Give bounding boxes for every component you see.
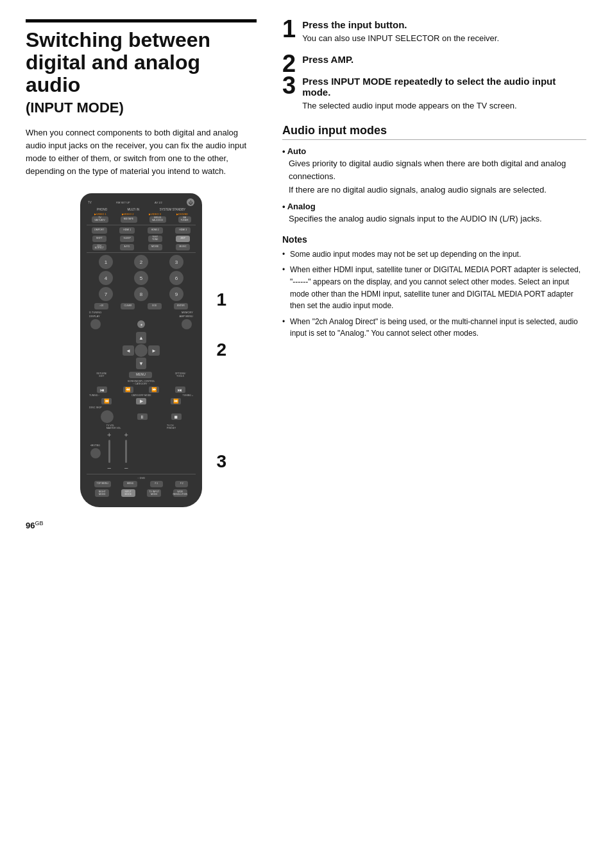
note-3: When "2ch Analog Direct" is being used, … — [282, 316, 586, 340]
title-bar — [26, 19, 257, 22]
step-1-content: Press the input button. You can also use… — [302, 19, 586, 45]
remote-wrapper: TV RM SET UP AV 1/2 ⏻ PHONOMULTI INSYSTE… — [26, 193, 257, 507]
mode-analog-bullet: • Analog — [282, 202, 586, 211]
mode-analog: • Analog Specifies the analog audio sign… — [282, 202, 586, 225]
step-2-content: Press AMP. — [302, 54, 586, 67]
notes-list: Some audio input modes may not be set up… — [282, 248, 586, 340]
page-number: 96GB — [26, 520, 257, 530]
audio-modes-title: Audio input modes — [282, 124, 586, 140]
right-column: 1 Press the input button. You can also u… — [269, 0, 612, 868]
note-2: When either HDMI input, satellite tuner … — [282, 264, 586, 311]
step-3-content: Press INPUT MODE repeatedly to select th… — [302, 76, 586, 112]
step-1: 1 Press the input button. You can also u… — [282, 19, 586, 45]
mode-analog-detail: Specifies the analog audio signals input… — [282, 213, 586, 225]
notes-title: Notes — [282, 234, 586, 245]
remote-illustration: TV RM SET UP AV 1/2 ⏻ PHONOMULTI INSYSTE… — [80, 193, 202, 507]
step-label-2: 2 — [216, 340, 226, 360]
mode-auto-bullet: • Auto — [282, 146, 586, 156]
step-3-title: Press INPUT MODE repeatedly to select th… — [302, 76, 586, 98]
nav-cross: ▲ ▼ ◄ ► — [123, 332, 160, 369]
step-3-desc: The selected audio input mode appears on… — [302, 100, 586, 112]
subtitle: (INPUT MODE) — [26, 100, 257, 116]
mode-auto: • Auto Gives priority to digital audio s… — [282, 146, 586, 196]
step-1-title: Press the input button. — [302, 19, 586, 30]
step-3-number: 3 — [282, 73, 296, 98]
step-label-3: 3 — [216, 451, 226, 472]
step-1-desc: You can also use INPUT SELECTOR on the r… — [302, 32, 586, 45]
main-title: Switching betweendigital and analog audi… — [26, 29, 257, 97]
step-2: 2 Press AMP. — [282, 54, 586, 67]
step-3: 3 Press INPUT MODE repeatedly to select … — [282, 76, 586, 112]
intro-text: When you connect components to both digi… — [26, 126, 257, 178]
note-1: Some audio input modes may not be set up… — [282, 248, 586, 261]
left-column: Switching betweendigital and analog audi… — [0, 0, 269, 868]
step-2-title: Press AMP. — [302, 54, 586, 65]
step-label-1: 1 — [216, 290, 226, 310]
mode-auto-detail: Gives priority to digital audio signals … — [282, 157, 586, 196]
step-1-number: 1 — [282, 17, 296, 41]
